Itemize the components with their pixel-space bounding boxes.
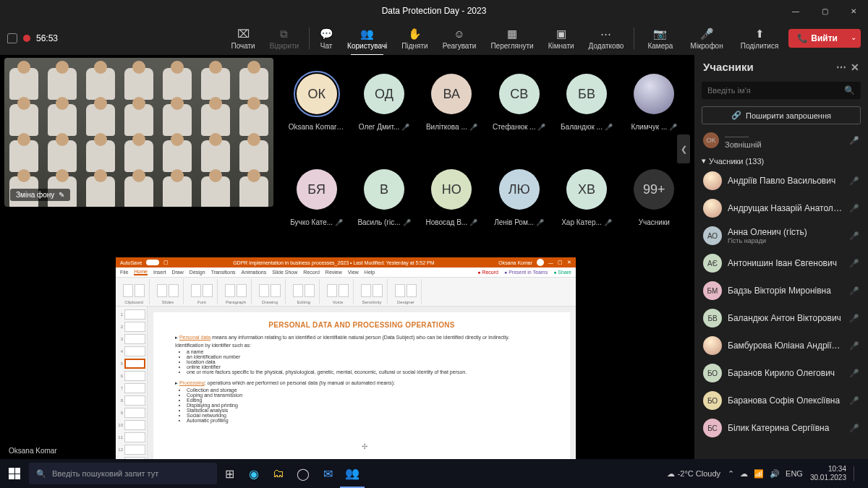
volume-icon[interactable]: 🔊: [770, 469, 780, 479]
participant-tile[interactable]: ВАВиліткова ...🎤: [419, 61, 485, 153]
participant-row[interactable]: АЄАнтонишин Іван Євгенович🎤: [694, 249, 868, 277]
together-mode-tile[interactable]: Зміна фону✎: [4, 58, 273, 207]
system-tray[interactable]: ⌃ ☁ 📶 🔊 ENG: [728, 469, 803, 479]
onedrive-icon[interactable]: ☁: [740, 469, 748, 479]
people-button[interactable]: 👥Користувачі: [340, 26, 394, 51]
leave-dropdown[interactable]: ⌄: [846, 29, 861, 48]
edge-icon[interactable]: ◉: [242, 459, 266, 488]
slide-thumb[interactable]: 7: [117, 383, 145, 393]
change-background-button[interactable]: Зміна фону✎: [10, 189, 70, 201]
participant-tile[interactable]: ВВасиль (гіс...🎤: [351, 156, 417, 249]
participant-search-input[interactable]: [707, 86, 844, 95]
slide-thumb[interactable]: 5: [117, 359, 145, 369]
explorer-icon[interactable]: 🗂: [266, 459, 291, 488]
ribbon-group[interactable]: Font: [187, 279, 218, 304]
share-invite-button[interactable]: 🔗 Поширити запрошення: [702, 106, 861, 124]
participant-row[interactable]: БСБілик Катерина Сергіївна🎤: [694, 414, 868, 442]
mail-icon[interactable]: ✉: [315, 459, 340, 488]
taskbar-search[interactable]: 🔍 Введіть пошуковий запит тут: [29, 463, 217, 484]
view-button[interactable]: ▦Переглянути: [483, 26, 540, 51]
participant-row[interactable]: Бамбурова Юліана Андріївна🎤: [694, 332, 868, 359]
participant-row[interactable]: БОБаранов Кирило Олегович🎤: [694, 359, 868, 387]
collapse-grid-button[interactable]: ❮: [677, 134, 690, 163]
ribbon-tab[interactable]: Draw: [171, 270, 183, 275]
participants-section-toggle[interactable]: ▾ Учасники (133): [694, 152, 868, 167]
ribbon-group[interactable]: Voice: [323, 279, 354, 304]
chrome-icon[interactable]: ◯: [291, 459, 315, 488]
participant-row[interactable]: БМБадзь Вікторія Миронівна🎤: [694, 277, 868, 304]
camera-button[interactable]: 📷Камера: [640, 26, 680, 51]
slide-thumb[interactable]: 2: [117, 322, 145, 332]
raise-hand-button[interactable]: ✋Підняти: [394, 26, 435, 51]
participant-row[interactable]: БОБаранова Софія Олексіївна🎤: [694, 387, 868, 414]
participant-tile[interactable]: БВБаландюк ...🎤: [553, 61, 619, 153]
wifi-icon[interactable]: 📶: [754, 469, 764, 479]
participant-search[interactable]: 🔍: [702, 82, 861, 99]
ribbon-tab[interactable]: Review: [326, 270, 342, 275]
slide-thumb[interactable]: 3: [117, 334, 145, 344]
chat-button[interactable]: 💬Чат: [312, 26, 340, 51]
ribbon-group[interactable]: Clipboard: [119, 279, 150, 304]
ribbon-tab[interactable]: Transitions: [211, 270, 236, 275]
external-participant-row[interactable]: OK ―――Зовнішній 🎤: [694, 129, 868, 152]
panel-more-button[interactable]: ⋯: [832, 61, 851, 73]
ribbon-tab[interactable]: Help: [365, 270, 375, 275]
pp-maximize[interactable]: ▢: [558, 260, 563, 265]
ribbon-tab[interactable]: Design: [190, 270, 205, 275]
weather-widget[interactable]: ☁-2°C Cloudy: [667, 469, 720, 479]
task-view-button[interactable]: ⊞: [217, 459, 242, 488]
slide-thumb[interactable]: 6: [117, 371, 145, 381]
ribbon-tab[interactable]: Home: [134, 269, 148, 275]
ribbon-tab[interactable]: File: [120, 270, 128, 275]
ribbon-tab[interactable]: Animations: [242, 270, 267, 275]
participant-tile[interactable]: НОНовосад В...🎤: [419, 156, 485, 249]
chevron-up-icon[interactable]: ⌃: [728, 469, 734, 479]
start-button[interactable]: [0, 459, 29, 488]
ribbon-group[interactable]: Designer: [391, 279, 422, 304]
share-button[interactable]: ● Share: [553, 270, 571, 275]
share-button[interactable]: ⬆Поділитися: [733, 26, 786, 51]
teams-icon[interactable]: 👥: [340, 459, 365, 488]
participant-tile[interactable]: ХВХар Катер...🎤: [553, 156, 619, 249]
taskbar-clock[interactable]: 10:34 30.01.2023: [810, 465, 846, 482]
record-button[interactable]: ● Record: [477, 270, 498, 275]
user-avatar-icon[interactable]: [537, 259, 544, 266]
start-content-button[interactable]: ⌧Почати: [224, 26, 262, 51]
minimize-button[interactable]: —: [781, 0, 810, 22]
panel-close-button[interactable]: ✕: [851, 61, 859, 73]
slide-thumb[interactable]: 9: [117, 408, 145, 418]
participant-row[interactable]: Андріїв Павло Васильович🎤: [694, 167, 868, 194]
slide-thumb[interactable]: 8: [117, 395, 145, 406]
participant-tile[interactable]: БЯБучко Кате...🎤: [284, 156, 349, 249]
notifications-button[interactable]: [854, 466, 864, 481]
ribbon-group[interactable]: Sensitivity: [357, 279, 388, 304]
react-button[interactable]: ☺Реагувати: [435, 26, 484, 51]
participant-tile[interactable]: СВСтефанюк ...🎤: [486, 61, 552, 153]
autosave-toggle[interactable]: [146, 260, 159, 265]
rooms-button[interactable]: ▣Кімнати: [541, 26, 582, 51]
ribbon-group[interactable]: Slides: [153, 279, 184, 304]
ribbon-group[interactable]: Drawing: [255, 279, 286, 304]
close-button[interactable]: ✕: [839, 0, 868, 22]
save-icon[interactable]: ▢: [163, 260, 169, 265]
participant-list[interactable]: Андріїв Павло Васильович🎤Андрущак Назарі…: [694, 167, 868, 459]
participant-row[interactable]: АОАнна Оленич (гість)Гість наради🎤: [694, 222, 868, 249]
slide-thumb[interactable]: 11: [117, 432, 145, 442]
slide-thumb[interactable]: 1: [117, 309, 145, 320]
participant-row[interactable]: Андрущак Назарій Анатолійович🎤: [694, 194, 868, 222]
ribbon-tab[interactable]: Insert: [153, 270, 166, 275]
pp-minimize[interactable]: —: [548, 260, 553, 265]
participant-row[interactable]: БВБаландюк Антон Вікторович🎤: [694, 304, 868, 332]
leave-button[interactable]: 📞Вийти: [788, 29, 846, 48]
ribbon-tab[interactable]: Record: [303, 270, 320, 275]
slide-thumb[interactable]: 4: [117, 346, 145, 356]
more-button[interactable]: ⋯Додатково: [582, 26, 631, 51]
participant-tile[interactable]: ОКOksana Komar🎤: [284, 61, 349, 153]
ribbon-group[interactable]: Paragraph: [221, 279, 252, 304]
mic-button[interactable]: 🎤Мікрофон: [683, 26, 730, 51]
open-content-button[interactable]: ⧉Відкрити: [263, 26, 306, 51]
slide-thumb[interactable]: 10: [117, 420, 145, 430]
maximize-button[interactable]: ▢: [810, 0, 839, 22]
participant-tile[interactable]: ОДОлег Дмит...🎤: [351, 61, 417, 153]
ribbon-tab[interactable]: Slide Show: [272, 270, 297, 275]
